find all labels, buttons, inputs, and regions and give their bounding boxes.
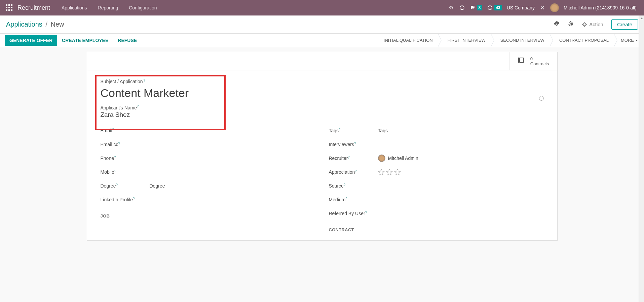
breadcrumb: Applications / New — [6, 21, 64, 28]
bug-icon[interactable] — [448, 5, 454, 11]
degree-select[interactable]: Degree — [150, 183, 315, 189]
help-icon[interactable]: ? — [354, 142, 356, 145]
help-icon[interactable]: ? — [116, 183, 118, 187]
interviewers-row: Interviewers? — [329, 138, 544, 152]
svg-point-3 — [584, 24, 585, 25]
recruiter-avatar — [378, 155, 385, 162]
create-button[interactable]: Create — [611, 19, 638, 30]
stage-bar: INITIAL QUALIFICATION FIRST INTERVIEW SE… — [375, 34, 644, 47]
appreciation-row: Appreciation? — [329, 165, 544, 179]
nav-link-reporting[interactable]: Reporting — [93, 5, 123, 10]
applicant-name-label: Applicant's Name? — [101, 104, 544, 110]
subject-label: Subject / Application? — [101, 79, 146, 84]
smart-button-bar: 0 Contracts — [87, 52, 557, 70]
help-icon[interactable]: ? — [112, 128, 114, 132]
company-switcher[interactable]: US Company — [507, 5, 535, 10]
form-body: Subject / Application? Applicant's Name?… — [87, 70, 557, 240]
app-title[interactable]: Recruitment — [17, 4, 50, 11]
help-icon[interactable]: ? — [114, 156, 116, 159]
stage-second-interview[interactable]: SECOND INTERVIEW — [492, 34, 551, 47]
stage-contract-proposal[interactable]: CONTRACT PROPOSAL — [551, 34, 615, 47]
form-sheet: 0 Contracts Subject / Application? Appli… — [87, 52, 558, 241]
help-icon[interactable]: ? — [144, 79, 146, 82]
activities-button[interactable]: 43 — [487, 5, 502, 11]
left-column: Email? Email cc? Phone? Mobile? — [101, 124, 315, 232]
medium-row: Medium? — [329, 193, 544, 207]
email-row: Email? — [101, 124, 315, 138]
recruiter-select[interactable]: Mitchell Admin — [378, 155, 544, 162]
support-icon[interactable] — [459, 5, 465, 11]
breadcrumb-separator: / — [45, 21, 47, 28]
status-bar: GENERATE OFFER CREATE EMPLOYEE REFUSE IN… — [0, 34, 644, 47]
user-name[interactable]: Mitchell Admin (21418909-16-0-all) — [564, 5, 637, 10]
book-icon — [518, 56, 526, 66]
scrollbar[interactable] — [639, 15, 644, 241]
scroll-up-icon[interactable] — [639, 15, 644, 21]
activities-badge: 43 — [494, 5, 502, 10]
help-icon[interactable]: ? — [133, 197, 135, 201]
help-icon[interactable]: ? — [345, 197, 347, 201]
generate-offer-button[interactable]: GENERATE OFFER — [5, 35, 57, 46]
top-nav: Recruitment Applications Reporting Confi… — [0, 0, 644, 15]
contract-section: CONTRACT — [329, 227, 544, 232]
caret-down-icon — [635, 40, 638, 41]
kanban-state-toggle[interactable] — [539, 96, 544, 101]
help-icon[interactable]: ? — [355, 169, 357, 173]
help-icon[interactable]: ? — [339, 128, 341, 132]
chat-icon — [470, 5, 476, 11]
messages-button[interactable]: 8 — [470, 5, 483, 11]
create-employee-button[interactable]: CREATE EMPLOYEE — [57, 35, 113, 46]
gear-icon — [582, 22, 587, 27]
stage-first-interview[interactable]: FIRST INTERVIEW — [439, 34, 492, 47]
recruiter-row: Recruiter? Mitchell Admin — [329, 152, 544, 165]
main-area: 0 Contracts Subject / Application? Appli… — [0, 47, 644, 241]
cloud-upload-icon[interactable] — [554, 21, 560, 28]
contracts-smart-button[interactable]: 0 Contracts — [509, 52, 557, 70]
user-avatar[interactable] — [550, 3, 559, 12]
status-actions: GENERATE OFFER CREATE EMPLOYEE REFUSE — [0, 35, 142, 46]
job-section: JOB — [101, 213, 315, 219]
nav-link-applications[interactable]: Applications — [57, 5, 92, 10]
apps-grid-icon[interactable] — [6, 4, 13, 11]
stage-initial-qualification[interactable]: INITIAL QUALIFICATION — [375, 34, 439, 47]
right-column: Tags? Tags Interviewers? Recruiter? Mitc… — [329, 124, 544, 232]
appreciation-stars — [378, 169, 544, 175]
discard-icon[interactable] — [568, 21, 574, 28]
help-icon[interactable]: ? — [137, 104, 139, 108]
nav-link-configuration[interactable]: Configuration — [124, 5, 161, 10]
nav-left: Recruitment Applications Reporting Confi… — [3, 4, 162, 11]
star-icon[interactable] — [394, 169, 401, 175]
job-section-title: JOB — [101, 213, 315, 219]
star-icon[interactable] — [378, 169, 385, 175]
contracts-count: 0 — [530, 56, 549, 61]
two-column-layout: Email? Email cc? Phone? Mobile? — [101, 124, 544, 232]
help-icon[interactable]: ? — [344, 183, 346, 187]
help-icon[interactable]: ? — [114, 169, 116, 173]
tags-input[interactable]: Tags — [378, 128, 544, 133]
breadcrumb-current: New — [51, 21, 64, 28]
nav-right: 8 43 US Company Mitchell Admin (21418909… — [448, 3, 641, 12]
refuse-button[interactable]: REFUSE — [113, 35, 142, 46]
subject-input[interactable] — [101, 87, 544, 100]
degree-row: Degree? Degree — [101, 179, 315, 193]
referred-row: Referred By User? — [329, 207, 544, 221]
email-cc-row: Email cc? — [101, 138, 315, 152]
action-label: Action — [589, 22, 603, 27]
contracts-label: Contracts — [530, 61, 549, 66]
mobile-row: Mobile? — [101, 165, 315, 179]
tools-icon[interactable] — [539, 5, 545, 11]
breadcrumb-parent[interactable]: Applications — [6, 21, 42, 28]
sub-header: Applications / New Action Create — [0, 15, 644, 34]
action-dropdown[interactable]: Action — [582, 22, 603, 27]
star-icon[interactable] — [386, 169, 393, 175]
applicant-name-input[interactable] — [101, 111, 544, 119]
clock-icon — [487, 5, 493, 11]
linkedin-row: LinkedIn Profile? — [101, 193, 315, 207]
source-row: Source? — [329, 179, 544, 193]
phone-row: Phone? — [101, 152, 315, 165]
messages-badge: 8 — [477, 5, 483, 10]
svg-point-1 — [473, 6, 475, 8]
help-icon[interactable]: ? — [365, 211, 367, 214]
help-icon[interactable]: ? — [348, 156, 350, 159]
help-icon[interactable]: ? — [118, 142, 120, 145]
